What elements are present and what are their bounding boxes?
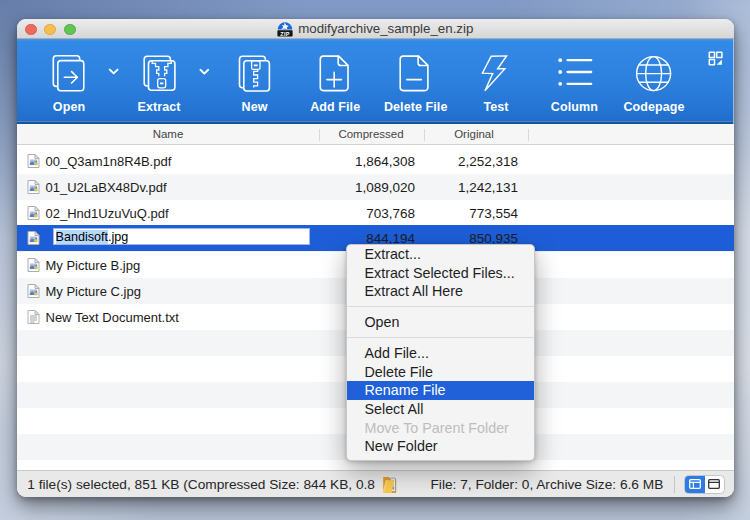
svg-text:ZIP: ZIP [280, 30, 290, 36]
